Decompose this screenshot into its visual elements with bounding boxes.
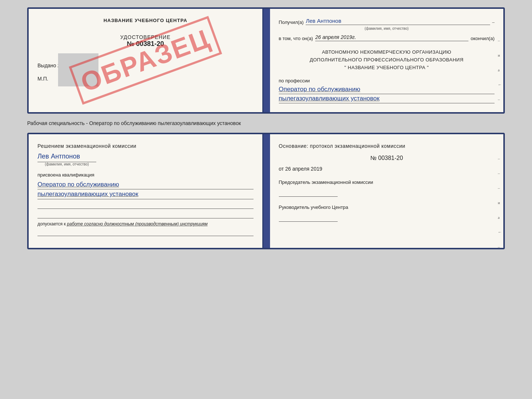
cert-right-page: Получил(а) Лев Антпонов – (фамилия, имя,… [270,9,504,112]
cert-number-section: УДОСТОВЕРЕНИЕ № 00381-20 [37,34,254,48]
blank-line-3 [37,229,254,236]
decision-title: Решением экзаменационной комиссии [37,143,254,149]
bottom-right-page: Основание: протокол экзаменационной коми… [270,134,504,248]
org-line2: ДОПОЛНИТЕЛЬНОГО ПРОФЕССИОНАЛЬНОГО ОБРАЗО… [279,56,495,64]
book-spine [263,9,270,112]
cert-label: УДОСТОВЕРЕНИЕ [37,34,254,40]
protocol-date-value: 26 апреля 2019 [285,166,322,172]
cert-left-page: НАЗВАНИЕ УЧЕБНОГО ЦЕНТРА ОБРАЗЕЦ УДОСТОВ… [29,9,263,112]
received-field: Получил(а) Лев Антпонов – (фамилия, имя,… [279,18,495,31]
date-prefix-label: в том, что он(а) [279,36,313,41]
protocol-number: № 00381-20 [279,155,495,161]
cert-school-title: НАЗВАНИЕ УЧЕБНОГО ЦЕНТРА [37,18,254,23]
blank-line-1 [37,202,254,209]
received-row: Получил(а) Лев Антпонов – [279,18,495,25]
director-block: Руководитель учебного Центра [279,204,495,222]
person-name: Лев Антпонов [37,153,254,160]
admission-text: допускается к работе согласно должностны… [37,221,254,227]
chairman-signature-line [279,188,338,197]
protocol-date: от 26 апреля 2019 [279,166,495,172]
qualification-label: присвоена квалификация [37,172,254,178]
completed-label: окончил(а) [471,36,495,41]
received-label: Получил(а) [279,19,304,25]
separator-label: Рабочая специальность - Оператор по обсл… [27,120,505,126]
date-value: 26 апреля 2019г. [315,34,468,41]
issued-label: Выдано [37,63,56,68]
qualification-line2: пылегазоулавливающих установок [37,189,254,199]
document-container: НАЗВАНИЕ УЧЕБНОГО ЦЕНТРА ОБРАЗЕЦ УДОСТОВ… [27,7,505,249]
date-field: в том, что он(а) 26 апреля 2019г. окончи… [279,34,495,43]
profession-line1: Оператор по обслуживанию [279,85,495,94]
chairman-title: Председатель экзаменационной комиссии [279,179,495,186]
org-block: АВТОНОМНУЮ НЕКОММЕРЧЕСКУЮ ОРГАНИЗАЦИЮ ДО… [279,49,495,71]
org-line3: " НАЗВАНИЕ УЧЕБНОГО ЦЕНТРА " [279,64,495,72]
bottom-left-page: Решением экзаменационной комиссии Лев Ан… [29,134,263,248]
photo-placeholder [58,53,98,86]
received-name: Лев Антпонов [306,18,490,25]
fio-sub: (фамилия, имя, отчество) [279,26,495,31]
qualification-line1: Оператор по обслуживанию [37,180,254,190]
cert-number: № 00381-20 [37,40,254,48]
basis-title: Основание: протокол экзаменационной коми… [279,143,495,149]
profession-line2: пылегазоулавливающих установок [279,94,495,103]
top-certificate-book: НАЗВАНИЕ УЧЕБНОГО ЦЕНТРА ОБРАЗЕЦ УДОСТОВ… [27,7,505,114]
profession-label: по профессии [279,78,495,83]
admission-prefix: допускается к [37,221,66,227]
date-row: в том, что он(а) 26 апреля 2019г. окончи… [279,34,495,41]
director-signature-line [279,213,338,222]
right-side-marks: – – – и а ← – – – – [498,156,502,249]
blank-line-2 [37,212,254,218]
bottom-certificate-book: Решением экзаменационной комиссии Лев Ан… [27,133,505,249]
side-marks: – и а ← – – – [498,38,502,114]
chairman-block: Председатель экзаменационной комиссии [279,179,495,197]
date-prefix: от [279,166,284,172]
director-title: Руководитель учебного Центра [279,204,495,211]
org-line1: АВТОНОМНУЮ НЕКОММЕРЧЕСКУЮ ОРГАНИЗАЦИЮ [279,49,495,56]
admission-content: работе согласно должностным (производств… [67,221,208,227]
fio-small-label: (фамилия, имя, отчество) [37,162,96,166]
bottom-spine [263,134,270,248]
